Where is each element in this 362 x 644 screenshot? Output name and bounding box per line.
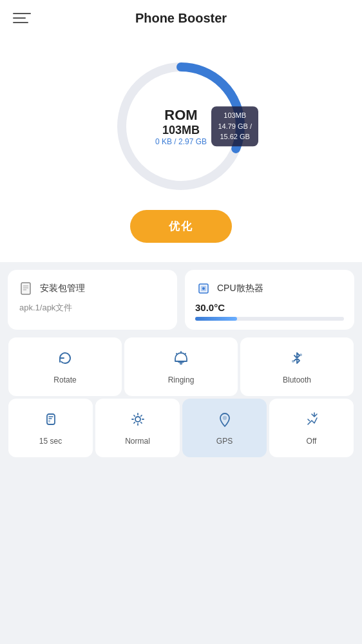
info-cards-row: 安装包管理 apk.1/apk文件 CPU散热器 30.0°C xyxy=(0,270,362,330)
svg-rect-13 xyxy=(48,420,50,422)
header: Phone Booster xyxy=(0,0,362,36)
gauge-sub: 0 KB / 2.97 GB xyxy=(155,137,207,146)
ringing-button[interactable]: Ringing xyxy=(124,337,238,396)
ringing-icon xyxy=(172,349,190,372)
svg-point-14 xyxy=(135,417,140,422)
gps-icon xyxy=(216,410,234,433)
svg-rect-2 xyxy=(21,283,30,294)
rom-gauge: ROM 103MB 0 KB / 2.97 GB 103MB 14.79 GB … xyxy=(110,55,252,197)
svg-point-8 xyxy=(202,287,205,290)
svg-point-23 xyxy=(223,417,226,420)
quick-row-2: 15 sec Normal xyxy=(8,399,354,459)
off-icon xyxy=(303,410,321,433)
bluetooth-label: Blutooth xyxy=(283,375,311,384)
timer-icon xyxy=(42,410,60,433)
normal-button[interactable]: Normal xyxy=(95,399,180,457)
cpu-bar-fill xyxy=(195,317,237,321)
svg-line-20 xyxy=(140,422,142,424)
install-manager-value: apk.1/apk文件 xyxy=(18,302,167,314)
cpu-cooler-title: CPU散热器 xyxy=(217,283,263,294)
off-button[interactable]: Off xyxy=(269,399,354,457)
cpu-cooler-icon xyxy=(195,280,212,297)
page-title: Phone Booster xyxy=(135,11,227,26)
timer-button[interactable]: 15 sec xyxy=(8,399,93,457)
gauge-center: ROM 103MB 0 KB / 2.97 GB xyxy=(155,107,207,146)
rotate-icon xyxy=(56,349,74,372)
install-manager-title: 安装包管理 xyxy=(40,283,85,294)
install-manager-header: 安装包管理 xyxy=(18,280,167,297)
gauge-label: ROM xyxy=(155,107,207,124)
install-manager-icon xyxy=(18,280,35,297)
gps-button[interactable]: GPS xyxy=(182,399,267,457)
svg-point-11 xyxy=(292,360,294,363)
quick-row-1: Rotate Ringing Blutooth xyxy=(8,337,354,397)
menu-icon[interactable] xyxy=(13,13,33,23)
svg-point-10 xyxy=(300,354,302,356)
normal-label: Normal xyxy=(125,437,150,446)
gauge-tooltip: 103MB 14.79 GB / 15.62 GB xyxy=(211,106,258,146)
gauge-value: 103MB xyxy=(155,124,207,137)
tooltip-line3: 15.62 GB xyxy=(218,131,252,142)
cpu-bar-track xyxy=(195,317,344,321)
cpu-cooler-card[interactable]: CPU散热器 30.0°C xyxy=(185,270,354,330)
timer-label: 15 sec xyxy=(39,437,62,446)
quick-toggles: Rotate Ringing Blutooth xyxy=(0,337,362,459)
tooltip-line2: 14.79 GB / xyxy=(218,121,252,132)
optimize-button[interactable]: 优化 xyxy=(130,210,232,243)
svg-rect-12 xyxy=(47,414,55,424)
tooltip-line1: 103MB xyxy=(218,110,252,121)
ringing-label: Ringing xyxy=(168,375,195,384)
rotate-label: Rotate xyxy=(53,375,76,384)
cpu-cooler-header: CPU散热器 xyxy=(195,280,344,297)
cpu-temp: 30.0°C xyxy=(195,302,344,313)
svg-point-9 xyxy=(180,363,182,365)
bluetooth-button[interactable]: Blutooth xyxy=(240,337,354,396)
svg-line-19 xyxy=(133,415,135,417)
rotate-button[interactable]: Rotate xyxy=(8,337,122,396)
svg-line-22 xyxy=(133,422,135,424)
bluetooth-icon xyxy=(288,349,306,372)
install-manager-card[interactable]: 安装包管理 apk.1/apk文件 xyxy=(8,270,177,330)
off-label: Off xyxy=(307,437,317,446)
normal-icon xyxy=(129,410,147,433)
main-card: ROM 103MB 0 KB / 2.97 GB 103MB 14.79 GB … xyxy=(0,36,362,262)
gps-label: GPS xyxy=(216,437,233,446)
svg-line-21 xyxy=(140,415,142,417)
